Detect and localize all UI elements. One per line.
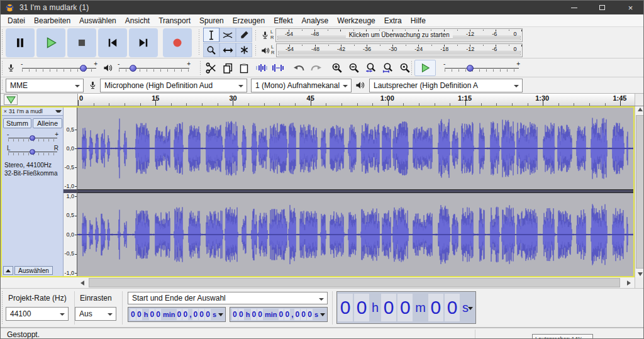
- scroll-down-icon[interactable]: [638, 272, 643, 276]
- menu-erzeugen[interactable]: Erzeugen: [228, 15, 269, 26]
- skip-to-end-button[interactable]: [129, 28, 158, 57]
- horizontal-scroll-thumb[interactable]: [89, 278, 620, 287]
- playback-device-select[interactable]: Lautsprecher (High Definition A: [369, 79, 523, 92]
- scroll-up-icon[interactable]: [638, 108, 643, 111]
- zoom-to-selection-button[interactable]: [363, 60, 379, 76]
- selection-start-field[interactable]: 00h00min00,000s: [128, 307, 226, 322]
- menu-ansicht[interactable]: Ansicht: [121, 15, 154, 26]
- waveform-left-channel[interactable]: [77, 108, 633, 189]
- zoom-out-button[interactable]: [346, 60, 362, 76]
- monitoring-hint[interactable]: Klicken um Überwachung zu starten: [346, 31, 453, 38]
- toolbar-grip[interactable]: [255, 45, 257, 56]
- toolbar-grip[interactable]: [199, 60, 202, 75]
- scroll-right-icon[interactable]: [627, 281, 631, 286]
- recording-channels-select[interactable]: 1 (Mono) Aufnahmekanal: [251, 79, 352, 92]
- maximize-button[interactable]: [588, 1, 616, 14]
- toolbar-grip[interactable]: [1, 291, 4, 325]
- pause-button[interactable]: [6, 28, 35, 57]
- time-shift-tool-button[interactable]: [219, 43, 236, 57]
- timeline-pin-button[interactable]: [4, 94, 18, 105]
- toolbar-grip[interactable]: [1, 79, 4, 91]
- selection-end-field[interactable]: 00h00min00,000s: [230, 307, 328, 322]
- time-digit[interactable]: 0: [279, 309, 284, 320]
- toolbar-grip[interactable]: [1, 29, 4, 56]
- minimize-button[interactable]: [560, 1, 588, 14]
- cut-button[interactable]: [203, 60, 219, 76]
- play-at-speed-button[interactable]: [414, 60, 436, 76]
- recording-volume-slider[interactable]: - +: [22, 62, 96, 74]
- slider-track[interactable]: [445, 68, 519, 69]
- time-digit[interactable]: 0: [257, 309, 263, 320]
- close-button[interactable]: ×: [616, 1, 644, 14]
- time-digit[interactable]: 0: [177, 309, 182, 320]
- zoom-tool-button[interactable]: [203, 43, 219, 57]
- horizontal-scrollbar[interactable]: [1, 277, 644, 289]
- time-digit[interactable]: 0: [149, 309, 155, 320]
- time-digit[interactable]: ,: [189, 309, 192, 320]
- menu-spuren[interactable]: Spuren: [195, 15, 228, 26]
- menu-transport[interactable]: Transport: [154, 15, 195, 26]
- track-menu-icon[interactable]: [55, 110, 62, 113]
- time-digit[interactable]: 0: [294, 309, 300, 320]
- time-digit[interactable]: 0: [428, 294, 443, 321]
- time-digit[interactable]: 0: [307, 309, 313, 320]
- time-digit[interactable]: 0: [238, 309, 244, 320]
- time-digit[interactable]: 0: [205, 309, 211, 320]
- time-digit[interactable]: 0: [354, 294, 369, 321]
- menu-datei[interactable]: Datei: [3, 15, 30, 26]
- menu-werkzeuge[interactable]: Werkzeuge: [333, 15, 379, 26]
- time-digit[interactable]: ,: [291, 309, 294, 320]
- redo-button[interactable]: [308, 60, 324, 76]
- collapse-track-button[interactable]: [3, 266, 13, 275]
- vertical-scroll-thumb[interactable]: [636, 115, 644, 269]
- record-button[interactable]: [163, 28, 192, 57]
- time-digit[interactable]: 0: [130, 309, 136, 320]
- time-digit[interactable]: 0: [338, 294, 353, 321]
- recording-meter[interactable]: -54-48-12-60Klicken um Überwachung zu st…: [275, 28, 523, 42]
- menu-auswhlen[interactable]: Auswählen: [75, 15, 121, 26]
- selection-mode-select[interactable]: Start und Ende der Auswahl: [128, 292, 328, 304]
- draw-tool-button[interactable]: [236, 28, 252, 42]
- slider-thumb[interactable]: [30, 149, 35, 155]
- solo-button[interactable]: Alleine: [33, 118, 62, 128]
- time-digit[interactable]: 0: [397, 294, 413, 321]
- vertical-scrollbar[interactable]: [635, 106, 644, 277]
- play-button[interactable]: [36, 28, 65, 57]
- waveform-right-channel[interactable]: [77, 193, 633, 276]
- dropdown-arrow-icon[interactable]: [320, 313, 325, 316]
- pan-slider[interactable]: L R: [8, 147, 57, 157]
- time-digit[interactable]: 0: [301, 309, 306, 320]
- time-digit[interactable]: 0: [232, 309, 238, 320]
- toolbar-grip[interactable]: [411, 60, 413, 75]
- fit-project-button[interactable]: [380, 60, 396, 76]
- audio-position-display[interactable]: 00h00m00s: [336, 291, 476, 324]
- recording-device-select[interactable]: Microphone (High Definition Aud: [100, 79, 247, 92]
- paste-button[interactable]: [236, 60, 252, 76]
- copy-button[interactable]: [219, 60, 236, 76]
- undo-button[interactable]: [291, 60, 308, 76]
- time-digit[interactable]: 0: [155, 309, 161, 320]
- time-digit[interactable]: 0: [192, 309, 198, 320]
- play-speed-slider[interactable]: - +: [445, 62, 519, 74]
- playback-meter[interactable]: -54-48-42-36-30-24-18-12-60: [276, 43, 523, 57]
- waveform-view[interactable]: [77, 108, 633, 276]
- time-digit[interactable]: 0: [284, 309, 290, 320]
- menu-bearbeiten[interactable]: Bearbeiten: [30, 15, 75, 26]
- snap-select[interactable]: Aus: [75, 307, 116, 321]
- playback-volume-slider[interactable]: - +: [119, 62, 189, 74]
- silence-audio-button[interactable]: [270, 60, 286, 76]
- menu-analyse[interactable]: Analyse: [297, 15, 333, 26]
- slider-thumb[interactable]: [30, 135, 35, 141]
- track-header[interactable]: × 31 I'm a mudl: [2, 108, 63, 116]
- stop-button[interactable]: [67, 28, 96, 57]
- project-rate-select[interactable]: 44100: [6, 307, 69, 321]
- time-digit[interactable]: 0: [381, 294, 396, 321]
- skip-to-start-button[interactable]: [98, 28, 127, 57]
- select-track-button[interactable]: Auswählen: [14, 266, 53, 275]
- multi-tool-button[interactable]: [236, 43, 252, 57]
- scroll-left-icon[interactable]: [80, 281, 84, 286]
- envelope-tool-button[interactable]: [219, 28, 236, 42]
- dropdown-arrow-icon[interactable]: [218, 313, 223, 316]
- mute-button[interactable]: Stumm: [3, 118, 31, 128]
- time-digit[interactable]: 0: [445, 294, 460, 321]
